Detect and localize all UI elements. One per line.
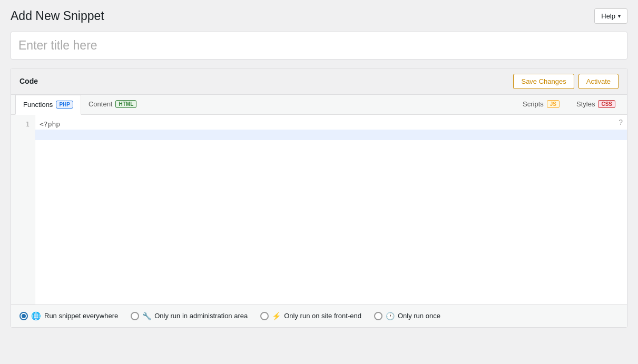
run-once-radio[interactable] [374,312,382,320]
chevron-down-icon: ▾ [618,13,621,19]
tab-content-label: Content [89,100,113,108]
line-number-1: 1 [11,119,35,130]
php-badge: PHP [56,101,73,109]
page-wrapper: Add New Snippet Help ▾ Code Save Changes… [0,0,638,364]
code-actions: Save Changes Activate [513,74,619,89]
run-admin-option[interactable]: 🔧 Only run in administration area [131,312,248,320]
clock-icon: 🕐 [386,312,395,320]
activate-button[interactable]: Activate [578,74,619,89]
tab-styles[interactable]: Styles CSS [569,95,623,114]
tab-scripts[interactable]: Scripts JS [515,95,567,114]
php-opening-tag: <?php [35,119,627,130]
run-frontend-option[interactable]: ⚡ Only run on site front-end [260,312,361,320]
tabs-left: Functions PHP Content HTML [15,95,515,114]
tabs-row: Functions PHP Content HTML Scripts JS St… [11,95,627,115]
run-options-bar: 🌐 Run snippet everywhere 🔧 Only run in a… [11,304,627,327]
help-button[interactable]: Help ▾ [594,8,627,24]
code-line-1[interactable] [35,130,627,140]
lightning-icon: ⚡ [272,312,281,320]
tab-styles-label: Styles [576,100,595,108]
tabs-right: Scripts JS Styles CSS [515,95,623,114]
save-changes-button[interactable]: Save Changes [513,74,574,89]
run-everywhere-option[interactable]: 🌐 Run snippet everywhere [19,311,118,321]
run-admin-radio[interactable] [131,312,139,320]
globe-icon: 🌐 [31,311,41,321]
tab-scripts-label: Scripts [523,100,544,108]
editor-help-icon[interactable]: ? [619,118,623,126]
wrench-icon: 🔧 [142,312,151,320]
page-title: Add New Snippet [11,8,104,24]
snippet-title-input[interactable] [11,32,627,59]
code-header: Code Save Changes Activate [11,68,627,95]
run-frontend-radio[interactable] [260,312,269,320]
run-once-label: Only run once [398,312,440,320]
code-label: Code [19,77,38,85]
run-everywhere-label: Run snippet everywhere [44,312,118,320]
code-section: Code Save Changes Activate Functions PHP… [11,68,627,328]
help-label: Help [601,12,615,20]
code-editor-area: 1 <?php ? [11,115,627,304]
tab-content[interactable]: Content HTML [81,95,144,114]
line-numbers: 1 [11,115,35,304]
tab-functions[interactable]: Functions PHP [15,95,81,115]
tab-functions-label: Functions [23,101,53,109]
run-everywhere-radio[interactable] [19,312,28,320]
title-input-wrapper [11,32,627,60]
run-frontend-label: Only run on site front-end [284,312,361,320]
run-admin-label: Only run in administration area [154,312,248,320]
js-badge: JS [547,100,560,108]
html-badge: HTML [115,100,136,108]
css-badge: CSS [598,100,615,108]
run-once-option[interactable]: 🕐 Only run once [374,312,440,320]
top-bar: Add New Snippet Help ▾ [11,8,627,24]
editor-content[interactable]: <?php ? [35,115,627,304]
